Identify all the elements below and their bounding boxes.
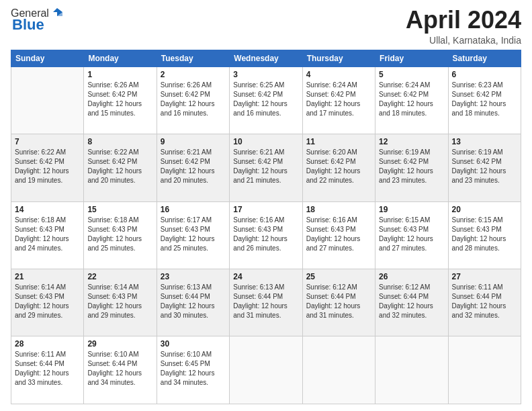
day-number: 23 [161, 272, 226, 281]
day-info: Sunrise: 6:22 AM Sunset: 6:42 PM Dayligh… [15, 148, 80, 185]
day-number: 17 [233, 205, 298, 214]
day-number: 14 [15, 205, 80, 214]
day-number: 26 [379, 272, 444, 281]
logo: General Blue [11, 7, 64, 34]
day-number: 3 [233, 70, 298, 79]
day-number: 9 [161, 137, 226, 146]
day-number: 21 [15, 272, 80, 281]
calendar-cell [448, 336, 521, 404]
calendar-cell: 3Sunrise: 6:25 AM Sunset: 6:42 PM Daylig… [230, 66, 302, 134]
calendar-week-row: 7Sunrise: 6:22 AM Sunset: 6:42 PM Daylig… [11, 134, 521, 201]
calendar-cell [302, 336, 375, 404]
day-info: Sunrise: 6:13 AM Sunset: 6:44 PM Dayligh… [233, 283, 298, 320]
day-number: 27 [452, 272, 517, 281]
day-info: Sunrise: 6:12 AM Sunset: 6:44 PM Dayligh… [379, 283, 444, 320]
day-info: Sunrise: 6:22 AM Sunset: 6:42 PM Dayligh… [87, 148, 152, 185]
calendar-cell [375, 336, 448, 404]
calendar-cell: 26Sunrise: 6:12 AM Sunset: 6:44 PM Dayli… [375, 269, 448, 336]
day-info: Sunrise: 6:17 AM Sunset: 6:43 PM Dayligh… [161, 216, 226, 253]
calendar-cell: 15Sunrise: 6:18 AM Sunset: 6:43 PM Dayli… [84, 201, 157, 269]
day-number: 16 [161, 205, 226, 214]
day-number: 2 [161, 70, 226, 79]
day-info: Sunrise: 6:14 AM Sunset: 6:43 PM Dayligh… [15, 283, 80, 320]
day-number: 25 [306, 272, 371, 281]
calendar-cell: 19Sunrise: 6:15 AM Sunset: 6:43 PM Dayli… [375, 201, 448, 269]
calendar-cell: 11Sunrise: 6:20 AM Sunset: 6:42 PM Dayli… [302, 134, 375, 201]
day-of-week-header: Saturday [448, 50, 521, 66]
calendar-cell: 21Sunrise: 6:14 AM Sunset: 6:43 PM Dayli… [11, 269, 84, 336]
day-info: Sunrise: 6:21 AM Sunset: 6:42 PM Dayligh… [161, 148, 226, 185]
day-info: Sunrise: 6:24 AM Sunset: 6:42 PM Dayligh… [379, 81, 444, 118]
logo-flag-icon [50, 7, 64, 20]
day-info: Sunrise: 6:19 AM Sunset: 6:42 PM Dayligh… [379, 148, 444, 185]
day-info: Sunrise: 6:26 AM Sunset: 6:42 PM Dayligh… [161, 81, 226, 118]
day-info: Sunrise: 6:11 AM Sunset: 6:44 PM Dayligh… [452, 283, 517, 320]
calendar-cell: 13Sunrise: 6:19 AM Sunset: 6:42 PM Dayli… [448, 134, 521, 201]
calendar-cell: 17Sunrise: 6:16 AM Sunset: 6:43 PM Dayli… [230, 201, 302, 269]
page: General Blue April 2024 Ullal, Karnataka… [0, 0, 532, 411]
calendar-week-row: 28Sunrise: 6:11 AM Sunset: 6:44 PM Dayli… [11, 336, 521, 404]
calendar-cell: 25Sunrise: 6:12 AM Sunset: 6:44 PM Dayli… [302, 269, 375, 336]
calendar-week-row: 1Sunrise: 6:26 AM Sunset: 6:42 PM Daylig… [11, 66, 521, 134]
calendar-cell: 8Sunrise: 6:22 AM Sunset: 6:42 PM Daylig… [84, 134, 157, 201]
day-number: 7 [15, 137, 80, 146]
day-info: Sunrise: 6:26 AM Sunset: 6:42 PM Dayligh… [87, 81, 152, 118]
day-info: Sunrise: 6:19 AM Sunset: 6:42 PM Dayligh… [452, 148, 517, 185]
calendar-cell: 18Sunrise: 6:16 AM Sunset: 6:43 PM Dayli… [302, 201, 375, 269]
day-number: 8 [87, 137, 152, 146]
day-number: 19 [379, 205, 444, 214]
header: General Blue April 2024 Ullal, Karnataka… [11, 7, 521, 46]
calendar-cell: 29Sunrise: 6:10 AM Sunset: 6:44 PM Dayli… [84, 336, 157, 404]
day-info: Sunrise: 6:24 AM Sunset: 6:42 PM Dayligh… [306, 81, 371, 118]
day-info: Sunrise: 6:10 AM Sunset: 6:45 PM Dayligh… [161, 350, 226, 387]
day-info: Sunrise: 6:18 AM Sunset: 6:43 PM Dayligh… [87, 216, 152, 253]
day-info: Sunrise: 6:15 AM Sunset: 6:43 PM Dayligh… [379, 216, 444, 253]
day-number: 11 [306, 137, 371, 146]
day-of-week-header: Wednesday [230, 50, 302, 66]
calendar-week-row: 21Sunrise: 6:14 AM Sunset: 6:43 PM Dayli… [11, 269, 521, 336]
day-number: 20 [452, 205, 517, 214]
month-title: April 2024 [406, 7, 521, 34]
day-number: 1 [87, 70, 152, 79]
calendar-cell: 7Sunrise: 6:22 AM Sunset: 6:42 PM Daylig… [11, 134, 84, 201]
day-number: 18 [306, 205, 371, 214]
calendar-cell: 4Sunrise: 6:24 AM Sunset: 6:42 PM Daylig… [302, 66, 375, 134]
day-info: Sunrise: 6:13 AM Sunset: 6:44 PM Dayligh… [161, 283, 226, 320]
calendar-cell: 1Sunrise: 6:26 AM Sunset: 6:42 PM Daylig… [84, 66, 157, 134]
svg-marker-1 [57, 12, 62, 16]
calendar-cell: 12Sunrise: 6:19 AM Sunset: 6:42 PM Dayli… [375, 134, 448, 201]
day-of-week-header: Tuesday [157, 50, 229, 66]
day-info: Sunrise: 6:16 AM Sunset: 6:43 PM Dayligh… [306, 216, 371, 253]
calendar-cell: 10Sunrise: 6:21 AM Sunset: 6:42 PM Dayli… [230, 134, 302, 201]
day-info: Sunrise: 6:23 AM Sunset: 6:42 PM Dayligh… [452, 81, 517, 118]
day-info: Sunrise: 6:12 AM Sunset: 6:44 PM Dayligh… [306, 283, 371, 320]
calendar-cell: 30Sunrise: 6:10 AM Sunset: 6:45 PM Dayli… [157, 336, 229, 404]
day-info: Sunrise: 6:18 AM Sunset: 6:43 PM Dayligh… [15, 216, 80, 253]
day-info: Sunrise: 6:25 AM Sunset: 6:42 PM Dayligh… [233, 81, 298, 118]
day-number: 4 [306, 70, 371, 79]
day-number: 10 [233, 137, 298, 146]
calendar-cell: 27Sunrise: 6:11 AM Sunset: 6:44 PM Dayli… [448, 269, 521, 336]
day-number: 29 [87, 339, 152, 349]
day-number: 5 [379, 70, 444, 79]
calendar-cell: 28Sunrise: 6:11 AM Sunset: 6:44 PM Dayli… [11, 336, 84, 404]
title-area: April 2024 Ullal, Karnataka, India [406, 7, 521, 46]
calendar-cell: 2Sunrise: 6:26 AM Sunset: 6:42 PM Daylig… [157, 66, 229, 134]
day-number: 22 [87, 272, 152, 281]
calendar-cell [230, 336, 302, 404]
day-of-week-header: Monday [84, 50, 157, 66]
day-of-week-header: Friday [375, 50, 448, 66]
day-of-week-header: Thursday [302, 50, 375, 66]
day-info: Sunrise: 6:20 AM Sunset: 6:42 PM Dayligh… [306, 148, 371, 185]
day-info: Sunrise: 6:16 AM Sunset: 6:43 PM Dayligh… [233, 216, 298, 253]
day-number: 12 [379, 137, 444, 146]
calendar-cell: 14Sunrise: 6:18 AM Sunset: 6:43 PM Dayli… [11, 201, 84, 269]
location: Ullal, Karnataka, India [406, 35, 521, 46]
day-info: Sunrise: 6:10 AM Sunset: 6:44 PM Dayligh… [87, 350, 152, 387]
day-number: 13 [452, 137, 517, 146]
calendar-cell: 22Sunrise: 6:14 AM Sunset: 6:43 PM Dayli… [84, 269, 157, 336]
day-number: 15 [87, 205, 152, 214]
day-info: Sunrise: 6:11 AM Sunset: 6:44 PM Dayligh… [15, 350, 80, 387]
calendar-cell [11, 66, 84, 134]
day-number: 24 [233, 272, 298, 281]
